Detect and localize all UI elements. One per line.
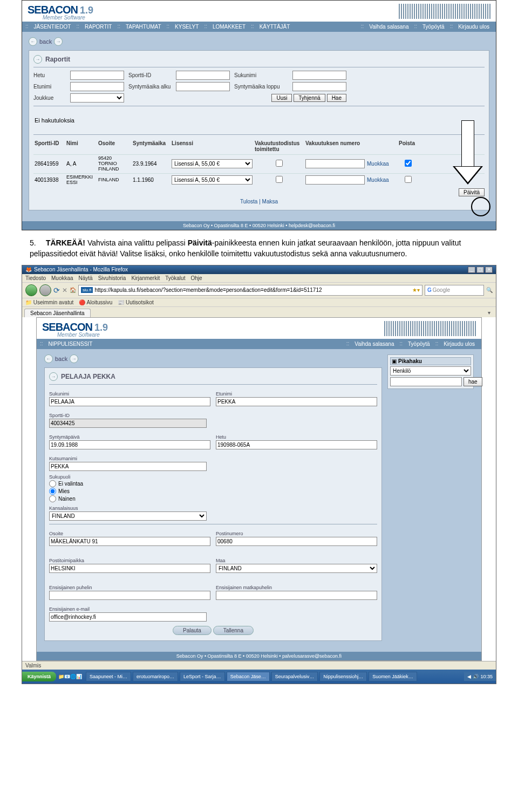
taskbar-item[interactable]: Nippulisenssiohj… (319, 672, 367, 681)
print-pay-links[interactable]: Tulosta | Maksa (33, 199, 485, 204)
label-kansal: Kansalaisuus (49, 506, 207, 511)
menu-change-pw[interactable]: Vaihda salasana (366, 23, 412, 30)
input-synt[interactable] (49, 440, 210, 449)
menu-change-pw[interactable]: Vaihda salasana (351, 340, 397, 347)
quicksearch-button[interactable]: hae (464, 377, 482, 386)
select-kansal[interactable]: FINLAND (49, 511, 207, 521)
url-bar[interactable]: slu.fihttps://kapula.slu.fi/sebacon/?sec… (78, 285, 422, 296)
search-box[interactable]: GGoogle (425, 285, 484, 296)
reload-icon[interactable]: ⟳ (53, 286, 60, 295)
bookmark-item[interactable]: 📁 Useimmin avatut (25, 299, 73, 305)
back-button[interactable]: ← (29, 37, 37, 46)
checkbox-poista[interactable] (405, 160, 412, 167)
minimize-button[interactable]: _ (468, 267, 475, 273)
label-syntloppu: Syntymäaika loppu (234, 84, 288, 90)
label-matka: Ensisijainen matkapuhelin (216, 585, 377, 590)
radio-none[interactable] (49, 480, 56, 487)
nav-back-button[interactable] (25, 284, 37, 296)
bookmark-item[interactable]: 🔴 Aloitussivu (79, 299, 112, 305)
paivita-button[interactable]: Päivitä (459, 188, 485, 196)
input-syntloppu[interactable] (292, 82, 346, 91)
menu-view[interactable]: Näytä (79, 275, 93, 281)
input-vaknum[interactable] (305, 159, 365, 168)
taskbar-item[interactable]: Saapuneet - Mi… (86, 672, 131, 681)
checkbox-vakuutus[interactable] (276, 176, 283, 183)
menu-logout[interactable]: Kirjaudu ulos (455, 23, 493, 30)
hae-button[interactable]: Hae (327, 94, 346, 102)
menu-tools[interactable]: Työkalut (165, 275, 185, 281)
menu-help[interactable]: Ohje (190, 275, 202, 281)
select-maa[interactable]: FINLAND (216, 564, 377, 573)
taskbar-item[interactable]: Suomen Jääkiek… (369, 672, 417, 681)
system-tray[interactable]: ◀🔊10:35 (464, 672, 496, 681)
edit-link[interactable]: Muokkaa (367, 161, 397, 167)
select-license[interactable]: Lisenssi A, 55,00 € (172, 159, 253, 168)
input-hetu[interactable] (70, 71, 124, 80)
input-hetu[interactable] (216, 440, 377, 449)
input-syntalku[interactable] (176, 82, 230, 91)
browser-content: SEBACON1.9 Member Software ::NIPPULISENS… (22, 317, 496, 661)
browser-menubar: Tiedosto Muokkaa Näytä Sivuhistoria Kirj… (22, 274, 496, 282)
menu-raportit[interactable]: RAPORTIT (81, 23, 115, 30)
menu-nippu[interactable]: NIPPULISENSSIT (45, 340, 96, 347)
radio-male[interactable] (49, 488, 56, 495)
input-etunimi[interactable] (216, 397, 377, 406)
input-matka[interactable] (216, 591, 377, 600)
tab-list-icon[interactable]: ▾ (485, 309, 494, 317)
input-sportti[interactable] (176, 71, 230, 80)
taskbar-item[interactable]: LeSport - Sarja… (180, 672, 225, 681)
radio-female[interactable] (49, 495, 56, 502)
input-sukunimi[interactable] (292, 71, 346, 80)
input-email[interactable] (49, 612, 207, 622)
bookmark-item[interactable]: 📰 Uutisotsikot (118, 299, 153, 305)
input-postitoim[interactable] (49, 564, 210, 573)
menu-desktop[interactable]: Työpöytä (405, 340, 433, 347)
palauta-button[interactable]: Palauta (173, 626, 212, 635)
close-button[interactable]: ✕ (485, 267, 493, 273)
expand-icon[interactable]: → (49, 372, 58, 381)
input-etunimi[interactable] (70, 82, 124, 91)
select-license[interactable]: Lisenssi A, 55,00 € (172, 175, 253, 185)
stop-icon[interactable]: ✕ (62, 286, 67, 294)
nav-forward-button[interactable] (39, 284, 51, 296)
input-puh[interactable] (49, 591, 210, 600)
input-kutsuma[interactable] (49, 462, 207, 471)
collapse-icon[interactable]: ▣ (392, 358, 397, 364)
checkbox-vakuutus[interactable] (276, 160, 283, 167)
tallenna-button[interactable]: Tallenna (213, 626, 254, 635)
menu-edit[interactable]: Muokkaa (51, 275, 73, 281)
menu-lomakkeet[interactable]: LOMAKKEET (209, 23, 249, 30)
input-postinum[interactable] (216, 537, 377, 546)
menu-history[interactable]: Sivuhistoria (98, 275, 126, 281)
taskbar-item[interactable]: Sebacon Jäse… (227, 672, 270, 681)
menu-desktop[interactable]: Työpöytä (419, 23, 448, 30)
edit-link[interactable]: Muokkaa (367, 177, 397, 183)
taskbar-item[interactable]: Seurapalvelusiv… (271, 672, 318, 681)
expand-icon[interactable]: → (33, 55, 42, 64)
taskbar-item[interactable]: erotuomariropo… (133, 672, 178, 681)
menu-bookmarks[interactable]: Kirjanmerkit (131, 275, 160, 281)
menu-jasentiedot[interactable]: JÄSENTIEDOT (31, 23, 74, 30)
input-osoite[interactable] (49, 537, 210, 546)
quicksearch-input[interactable] (390, 377, 462, 386)
back-button[interactable]: ← (44, 354, 53, 363)
uusi-button[interactable]: Uusi (271, 94, 292, 102)
input-sukunimi[interactable] (49, 397, 210, 406)
browser-tab[interactable]: Sebacon Jäsenhallinta (24, 309, 91, 317)
start-button[interactable]: Käynnistä (22, 672, 56, 681)
search-icon[interactable]: 🔍 (486, 287, 493, 293)
menu-tapahtumat[interactable]: TAPAHTUMAT (122, 23, 165, 30)
menu-file[interactable]: Tiedosto (25, 275, 46, 281)
menu-kyselyt[interactable]: KYSELYT (172, 23, 202, 30)
maximize-button[interactable]: ▢ (476, 267, 484, 273)
forward-button[interactable]: → (54, 37, 63, 46)
input-vaknum[interactable] (305, 175, 365, 185)
checkbox-poista[interactable] (405, 176, 412, 183)
menu-kayttajat[interactable]: KÄYTTÄJÄT (256, 23, 294, 30)
quicksearch-type[interactable]: Henkilö (390, 366, 471, 376)
home-icon[interactable]: 🏠 (70, 287, 76, 293)
tyhjenna-button[interactable]: Tyhjennä (294, 94, 325, 102)
forward-button[interactable]: → (70, 354, 78, 363)
select-joukkue[interactable] (70, 93, 124, 103)
menu-logout[interactable]: Kirjaudu ulos (440, 340, 478, 347)
